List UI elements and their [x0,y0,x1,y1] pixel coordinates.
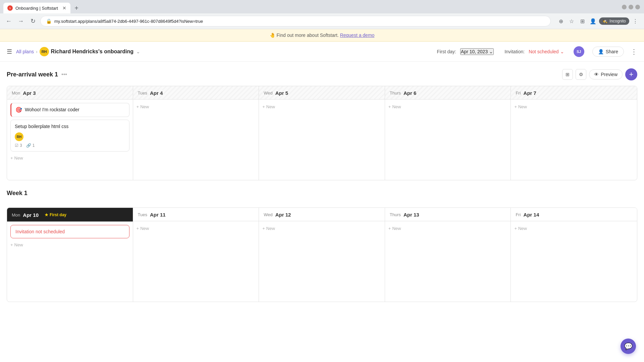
col-header-wed-apr5: Wed Apr 5 [259,86,385,100]
day-name-thurs: Thurs [390,90,401,96]
header-more-button[interactable]: ⋮ [631,48,637,56]
col-body-fri-apr14: + New [511,221,637,236]
pre-arrival-title: Pre-arrival week 1 [7,71,58,78]
new-task-fri-apr14[interactable]: + New [514,225,634,232]
plus-icon: + [388,226,391,231]
cast-icon[interactable]: ⊕ [556,16,566,26]
col-thurs-apr13: Thurs Apr 13 + New [385,208,511,302]
url-text: my.softstart.app/plans/a8f5a874-2db6-449… [54,19,203,24]
first-day-value-button[interactable]: Apr 10, 2023 ⌄ [460,48,494,55]
plan-title: Richard Hendricks's onboarding [51,49,134,55]
close-btn[interactable] [635,5,640,9]
pre-arrival-options-button[interactable]: ••• [61,71,67,77]
filter-icon: ⚙ [579,72,583,77]
plan-dropdown-icon[interactable]: ⌄ [136,49,140,54]
day-date-apr3: Apr 3 [23,90,36,96]
day-date-apr13: Apr 13 [404,212,419,218]
share-icon: 👤 [598,49,604,54]
new-task-fri-apr7[interactable]: + New [514,103,634,111]
col-header-thurs-apr13: Thurs Apr 13 [385,208,511,221]
col-body-thurs-apr13: + New [385,221,511,236]
add-task-button[interactable]: + [625,68,637,80]
col-body-mon-apr3: 🎯 Wohoo! I'm rockstar coder Setup boiler… [7,100,133,165]
new-label: New [392,226,401,231]
new-task-tues-apr11[interactable]: + New [137,225,256,232]
incognito-label: Incognito [609,19,626,23]
address-bar-row: ← → ↻ 🔒 my.softstart.app/plans/a8f5a874-… [0,13,644,29]
day-date-apr10: Apr 10 [23,212,39,218]
col-fri-apr14: Fri Apr 14 + New [511,208,637,302]
forward-button[interactable]: → [16,16,25,26]
share-button[interactable]: 👤 Share [592,47,624,57]
invitation-value-button[interactable]: Not scheduled ⌄ [529,49,564,54]
bookmark-icon[interactable]: ☆ [567,16,576,26]
filter-button[interactable]: ⚙ [576,69,586,80]
first-day-badge-label: First day [50,213,66,217]
address-bar[interactable]: 🔒 my.softstart.app/plans/a8f5a874-2db6-4… [40,16,551,26]
user-avatar[interactable]: SJ [574,46,584,57]
task-setup-boilerplate[interactable]: Setup boilerplate html css RH ☑ 3 🔗 1 [10,120,129,152]
plus-icon: + [388,104,391,109]
banner-link[interactable]: Request a demo [340,33,375,38]
breadcrumb: All plans › RH Richard Hendricks's onboa… [16,47,140,56]
day-name-wed-apr12: Wed [264,212,273,217]
all-plans-link[interactable]: All plans [16,49,34,54]
day-date-apr7: Apr 7 [524,90,536,96]
day-date-apr6: Apr 6 [404,90,416,96]
task-rockstar-coder[interactable]: 🎯 Wohoo! I'm rockstar coder [10,103,129,117]
col-body-fri-apr7: + New [511,100,637,114]
new-task-thurs-apr13[interactable]: + New [388,225,507,232]
task-header: 🎯 Wohoo! I'm rockstar coder [15,107,125,113]
col-mon-apr10: Mon Apr 10 ★ First day Invitation not sc… [7,208,133,302]
day-name-fri: Fri [516,90,521,96]
incognito-button[interactable]: 🕵 Incognito [599,17,629,25]
day-date-apr14: Apr 14 [524,212,539,218]
edit-icon: ⊞ [566,72,570,77]
new-task-tues-apr4[interactable]: + New [137,103,256,111]
task-checks-stat: ☑ 3 [15,143,22,148]
new-task-wed-apr12[interactable]: + New [262,225,381,232]
invitation-not-scheduled-text: Invitation not scheduled [15,229,65,234]
day-name-fri-apr14: Fri [516,212,521,217]
col-header-thurs-apr6: Thurs Apr 6 [385,86,511,100]
edit-view-button[interactable]: ⊞ [562,69,573,80]
new-task-mon-apr3[interactable]: + New [10,154,129,162]
col-body-tues-apr4: + New [133,100,259,114]
plus-icon: + [10,156,13,161]
new-tab-button[interactable]: + [72,3,81,13]
back-button[interactable]: ← [4,16,13,26]
preview-button[interactable]: 👁 Preview [589,69,623,79]
chat-widget[interactable]: 💬 [621,339,636,354]
breadcrumb-separator: › [36,49,38,54]
new-task-wed-apr5[interactable]: + New [262,103,381,111]
day-date-apr4: Apr 4 [150,90,163,96]
new-label: New [266,226,275,231]
first-day-badge: ★ First day [43,212,68,218]
week1-section-header: Week 1 [7,190,637,202]
col-thurs-apr6: Thurs Apr 6 + New [385,86,511,180]
day-name-tues-apr11: Tues [138,212,147,217]
maximize-btn[interactable] [629,5,633,9]
day-date-apr12: Apr 12 [275,212,291,218]
tab-close-button[interactable]: ✕ [62,5,66,11]
menu-icon[interactable]: ☰ [7,48,12,55]
new-task-thurs-apr6[interactable]: + New [388,103,507,111]
col-tues-apr4: Tues Apr 4 + New [133,86,259,180]
minimize-btn[interactable] [622,5,627,9]
browser-chrome: S Onboarding | Softstart ✕ + ← → ↻ 🔒 my.… [0,0,644,29]
add-icon: + [629,70,634,79]
profile-icon[interactable]: 👤 [588,16,598,26]
active-tab[interactable]: S Onboarding | Softstart ✕ [3,3,70,13]
reload-button[interactable]: ↻ [28,16,38,26]
day-name-wed: Wed [264,90,273,96]
task-stats: ☑ 3 🔗 1 [15,143,125,148]
col-header-mon-apr3: Mon Apr 3 [7,86,133,100]
invitation-not-scheduled-card[interactable]: Invitation not scheduled [10,225,129,238]
new-task-mon-apr10[interactable]: + New [10,241,129,249]
more-options-icon[interactable]: ⋮ [631,16,640,26]
new-label: New [518,226,527,231]
plus-icon: + [514,104,517,109]
col-header-wed-apr12: Wed Apr 12 [259,208,385,221]
extension-icon[interactable]: ⊞ [578,16,587,26]
day-name-mon-apr10: Mon [12,213,20,218]
